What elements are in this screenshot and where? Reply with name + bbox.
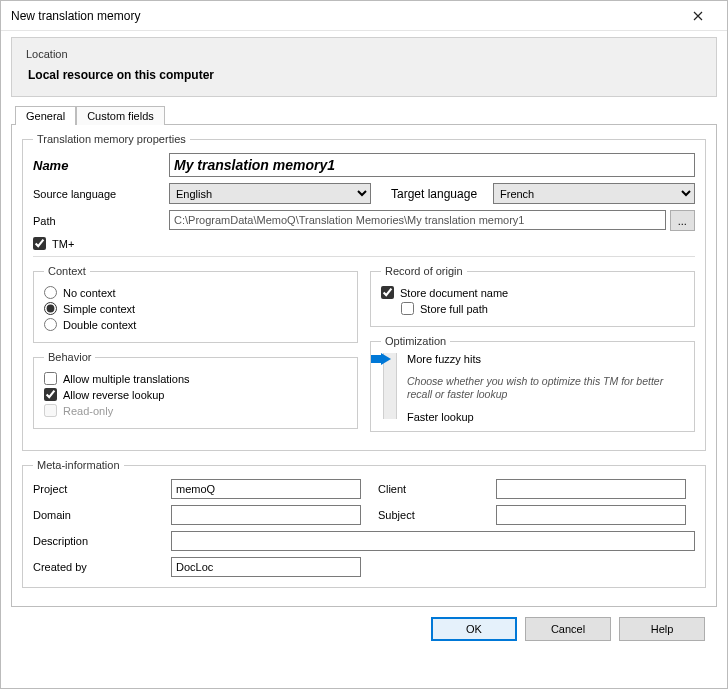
created-by-label: Created by xyxy=(33,561,163,573)
name-input[interactable] xyxy=(169,153,695,177)
tab-general[interactable]: General xyxy=(15,106,76,125)
location-value: Local resource on this computer xyxy=(26,68,702,82)
optimization-slider[interactable] xyxy=(383,353,397,419)
client-label: Client xyxy=(378,483,488,495)
path-label: Path xyxy=(33,215,163,227)
group-record-origin: Record of origin Store document name Sto… xyxy=(370,265,695,327)
checkbox-read-only-label: Read-only xyxy=(63,405,113,417)
group-tm-properties: Translation memory properties Name Sourc… xyxy=(22,133,706,451)
checkbox-store-doc-name-label: Store document name xyxy=(400,287,508,299)
project-label: Project xyxy=(33,483,163,495)
radio-simple-context-label: Simple context xyxy=(63,303,135,315)
tm-plus-label: TM+ xyxy=(52,238,74,250)
name-label: Name xyxy=(33,158,163,173)
radio-double-context[interactable] xyxy=(44,318,57,331)
checkbox-store-full-path-label: Store full path xyxy=(420,303,488,315)
target-language-select[interactable]: French xyxy=(493,183,695,204)
group-context-legend: Context xyxy=(44,265,90,277)
source-language-select[interactable]: English xyxy=(169,183,371,204)
checkbox-allow-multiple[interactable] xyxy=(44,372,57,385)
group-context: Context No context Simple context Double… xyxy=(33,265,358,343)
target-language-label: Target language xyxy=(377,187,487,201)
tm-plus-checkbox[interactable] xyxy=(33,237,46,250)
group-meta-legend: Meta-information xyxy=(33,459,124,471)
ok-button[interactable]: OK xyxy=(431,617,517,641)
checkbox-store-full-path[interactable] xyxy=(401,302,414,315)
group-meta-information: Meta-information Project Client Domain S… xyxy=(22,459,706,588)
group-behavior-legend: Behavior xyxy=(44,351,95,363)
titlebar: New translation memory xyxy=(1,1,727,31)
slider-label-more-fuzzy: More fuzzy hits xyxy=(407,353,684,365)
slider-thumb-icon xyxy=(381,353,391,365)
help-button[interactable]: Help xyxy=(619,617,705,641)
tab-custom-fields[interactable]: Custom fields xyxy=(76,106,165,125)
domain-label: Domain xyxy=(33,509,163,521)
cancel-button[interactable]: Cancel xyxy=(525,617,611,641)
separator xyxy=(33,256,695,257)
group-record-origin-legend: Record of origin xyxy=(381,265,467,277)
subject-input[interactable] xyxy=(496,505,686,525)
checkbox-allow-multiple-label: Allow multiple translations xyxy=(63,373,190,385)
checkbox-allow-reverse[interactable] xyxy=(44,388,57,401)
project-input[interactable] xyxy=(171,479,361,499)
tabstrip: General Custom fields xyxy=(11,105,717,125)
slider-hint: Choose whether you wish to optimize this… xyxy=(407,375,684,401)
checkbox-allow-reverse-label: Allow reverse lookup xyxy=(63,389,165,401)
location-label: Location xyxy=(26,48,702,60)
path-input xyxy=(169,210,666,230)
slider-label-faster-lookup: Faster lookup xyxy=(407,411,684,423)
checkbox-store-doc-name[interactable] xyxy=(381,286,394,299)
client-input[interactable] xyxy=(496,479,686,499)
dialog-buttons: OK Cancel Help xyxy=(11,607,717,641)
tab-panel-general: Translation memory properties Name Sourc… xyxy=(11,125,717,607)
close-button[interactable] xyxy=(677,2,719,30)
checkbox-read-only xyxy=(44,404,57,417)
window-title: New translation memory xyxy=(11,9,140,23)
created-by-input[interactable] xyxy=(171,557,361,577)
radio-no-context[interactable] xyxy=(44,286,57,299)
browse-button[interactable]: ... xyxy=(670,210,695,231)
radio-no-context-label: No context xyxy=(63,287,116,299)
description-input[interactable] xyxy=(171,531,695,551)
location-panel: Location Local resource on this computer xyxy=(11,37,717,97)
source-language-label: Source language xyxy=(33,188,163,200)
group-optimization-legend: Optimization xyxy=(381,335,450,347)
group-tm-properties-legend: Translation memory properties xyxy=(33,133,190,145)
radio-double-context-label: Double context xyxy=(63,319,136,331)
subject-label: Subject xyxy=(378,509,488,521)
group-behavior: Behavior Allow multiple translations All… xyxy=(33,351,358,429)
group-optimization: Optimization More fuzzy hits Choose whet… xyxy=(370,335,695,432)
domain-input[interactable] xyxy=(171,505,361,525)
radio-simple-context[interactable] xyxy=(44,302,57,315)
description-label: Description xyxy=(33,535,163,547)
close-icon xyxy=(693,11,703,21)
